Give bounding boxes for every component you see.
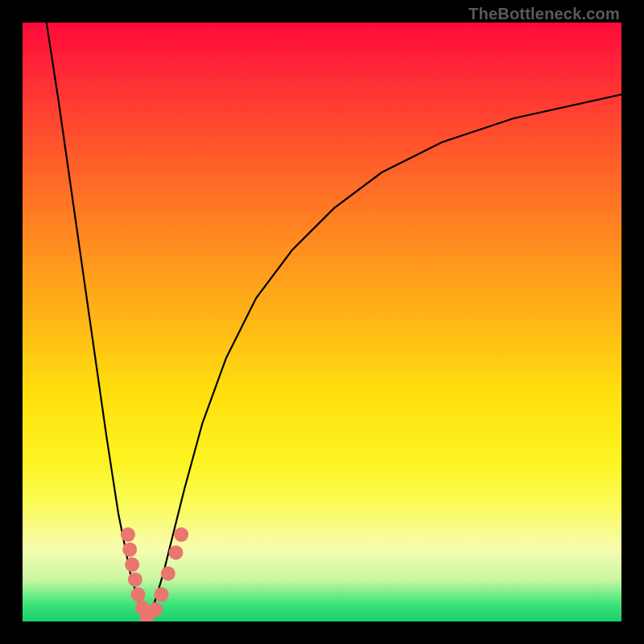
curve-right-branch <box>148 94 621 621</box>
marker-dot <box>155 588 169 602</box>
marker-dot <box>161 566 175 580</box>
marker-dot <box>122 543 137 557</box>
chart-frame: TheBottleneck.com <box>0 0 644 644</box>
plot-area <box>23 23 621 621</box>
chart-svg <box>23 23 621 621</box>
marker-dot <box>125 557 139 572</box>
marker-dot <box>131 588 146 602</box>
marker-dot <box>168 545 183 559</box>
marker-dot <box>121 527 135 542</box>
watermark-text: TheBottleneck.com <box>469 5 620 23</box>
marker-dot <box>148 602 163 617</box>
marker-dot <box>128 572 142 587</box>
marker-dot <box>174 527 188 542</box>
marker-cluster <box>121 527 188 621</box>
